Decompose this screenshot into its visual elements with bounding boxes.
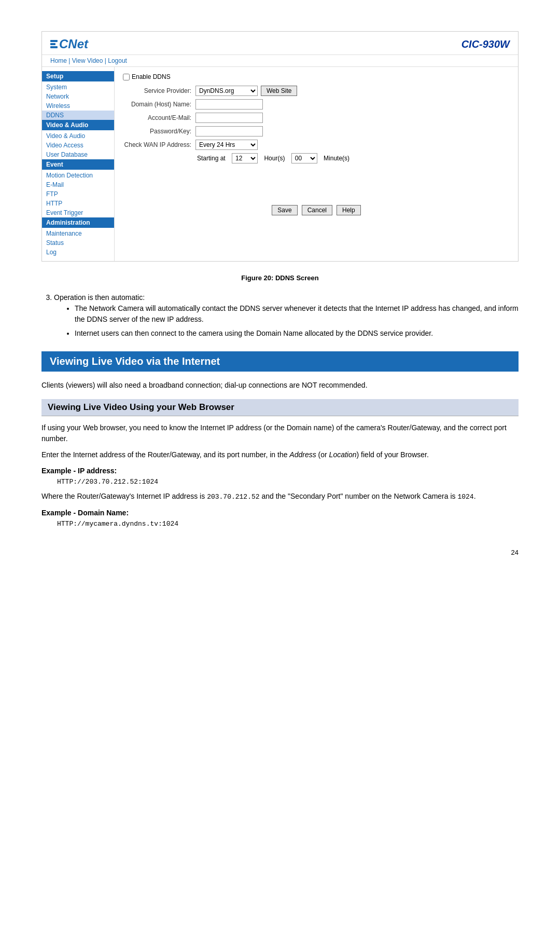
ui-sidebar: Setup System Network Wireless DDNS Video… <box>42 67 115 261</box>
example-ip-desc-end: . <box>474 492 476 500</box>
para1: If using your Web browser, you need to k… <box>41 422 519 444</box>
bullet-item-2: Internet users can then connect to the c… <box>75 328 519 339</box>
example-ip-desc-after: and the "Secondary Port" number on the N… <box>260 492 458 500</box>
page-wrapper: CNet CIC-930W Home | View Video | Logout… <box>41 31 519 556</box>
nav-logout[interactable]: Logout <box>108 57 127 64</box>
hour-label: Hour(s) <box>264 155 285 162</box>
sidebar-item-wireless[interactable]: Wireless <box>42 101 114 111</box>
nav-home[interactable]: Home <box>50 57 67 64</box>
ui-nav: Home | View Video | Logout <box>42 55 518 67</box>
sidebar-item-ftp[interactable]: FTP <box>42 189 114 199</box>
service-provider-row: Service Provider: DynDNS.org Web Site <box>123 86 510 96</box>
doc-item-3: Operation is then automatic: The Network… <box>54 292 519 339</box>
example-ip-desc-before: Where the Router/Gateway's Internet IP a… <box>41 492 207 500</box>
sidebar-section-event: Event <box>42 159 114 170</box>
sidebar-item-system[interactable]: System <box>42 83 114 92</box>
ui-screenshot: CNet CIC-930W Home | View Video | Logout… <box>41 31 519 262</box>
sidebar-item-user-database[interactable]: User Database <box>42 150 114 159</box>
service-provider-label: Service Provider: <box>123 87 195 94</box>
nav-view-video[interactable]: View Video <box>72 57 103 64</box>
sidebar-item-network[interactable]: Network <box>42 92 114 101</box>
example-ip-desc: Where the Router/Gateway's Internet IP a… <box>41 491 519 502</box>
minute-label: Minute(s) <box>324 155 349 162</box>
model-name: CIC-930W <box>461 38 510 50</box>
sidebar-item-ddns[interactable]: DDNS <box>42 111 114 120</box>
page-number: 24 <box>41 549 519 556</box>
enable-ddns-label: Enable DDNS <box>132 73 171 80</box>
para2-address: Address <box>289 450 316 459</box>
example-ip-port: 1024 <box>457 493 473 501</box>
example-domain-code: HTTP://mycamera.dyndns.tv:1024 <box>57 520 519 528</box>
sidebar-item-email[interactable]: E-Mail <box>42 180 114 189</box>
domain-host-label: Domain (Host) Name: <box>123 101 195 108</box>
item3-text: Operation is then automatic: <box>54 293 145 302</box>
bullet-list: The Network Camera will automatically co… <box>75 303 519 339</box>
starting-at-label: Starting at <box>197 155 226 162</box>
section-heading-viewing-live-video: Viewing Live Video via the Internet <box>41 351 519 372</box>
save-button[interactable]: Save <box>272 205 297 215</box>
minute-select[interactable]: 00 <box>291 153 317 163</box>
intro-para: Clients (viewers) will also need a broad… <box>41 380 519 391</box>
starting-at-row: Starting at 12 Hour(s) 00 Minute(s) <box>195 153 510 163</box>
bullet-item-1: The Network Camera will automatically co… <box>75 303 519 325</box>
sidebar-section-administration: Administration <box>42 217 114 228</box>
ui-header: CNet CIC-930W <box>42 32 518 55</box>
subsection-heading-web-browser: Viewing Live Video Using your Web Browse… <box>41 399 519 416</box>
sidebar-item-log[interactable]: Log <box>42 248 114 257</box>
doc-ordered-list: Operation is then automatic: The Network… <box>54 292 519 339</box>
example-domain-heading: Example - Domain Name: <box>41 509 519 517</box>
sidebar-item-motion-detection[interactable]: Motion Detection <box>42 171 114 180</box>
enable-ddns-row: Enable DDNS <box>123 73 510 80</box>
sidebar-section-setup: Setup <box>42 71 114 81</box>
para2-middle: (or <box>316 450 329 459</box>
example-ip-addr: 203.70.212.52 <box>207 493 259 501</box>
cancel-button[interactable]: Cancel <box>302 205 332 215</box>
para2-before: Enter the Internet address of the Router… <box>41 450 289 459</box>
web-site-button[interactable]: Web Site <box>261 86 297 96</box>
sidebar-item-http[interactable]: HTTP <box>42 199 114 208</box>
password-key-label: Password/Key: <box>123 128 195 135</box>
logo-lines-icon <box>50 39 58 49</box>
para2-after: ) field of your Browser. <box>357 450 429 459</box>
check-wan-select[interactable]: Every 24 Hrs <box>195 140 258 150</box>
figure-caption: Figure 20: DDNS Screen <box>41 274 519 282</box>
example-ip-code: HTTP://203.70.212.52:1024 <box>57 478 519 486</box>
enable-ddns-checkbox[interactable] <box>123 74 130 80</box>
ui-body: Setup System Network Wireless DDNS Video… <box>42 67 518 261</box>
domain-host-row: Domain (Host) Name: <box>123 99 510 110</box>
service-provider-select[interactable]: DynDNS.org <box>195 86 258 96</box>
check-wan-label: Check WAN IP Address: <box>123 141 195 148</box>
password-key-row: Password/Key: <box>123 126 510 136</box>
account-email-input[interactable] <box>195 113 263 123</box>
para2-location: Location <box>329 450 357 459</box>
logo-area: CNet <box>50 37 88 51</box>
ui-content: Enable DDNS Service Provider: DynDNS.org… <box>115 67 518 261</box>
password-key-input[interactable] <box>195 126 263 136</box>
sidebar-item-video-access[interactable]: Video Access <box>42 141 114 150</box>
help-button[interactable]: Help <box>337 205 361 215</box>
sidebar-item-video-audio[interactable]: Video & Audio <box>42 131 114 141</box>
sidebar-item-status[interactable]: Status <box>42 238 114 248</box>
hour-select[interactable]: 12 <box>232 153 258 163</box>
sidebar-section-video-audio: Video & Audio <box>42 120 114 130</box>
account-email-row: Account/E-Mail: <box>123 113 510 123</box>
logo-text: CNet <box>59 37 88 51</box>
sidebar-item-event-trigger[interactable]: Event Trigger <box>42 208 114 217</box>
account-email-label: Account/E-Mail: <box>123 114 195 121</box>
check-wan-row: Check WAN IP Address: Every 24 Hrs <box>123 140 510 150</box>
para2: Enter the Internet address of the Router… <box>41 449 519 460</box>
domain-host-input[interactable] <box>195 99 263 110</box>
example-ip-heading: Example - IP address: <box>41 467 519 475</box>
sidebar-item-maintenance[interactable]: Maintenance <box>42 229 114 238</box>
action-buttons: Save Cancel Help <box>123 205 510 215</box>
